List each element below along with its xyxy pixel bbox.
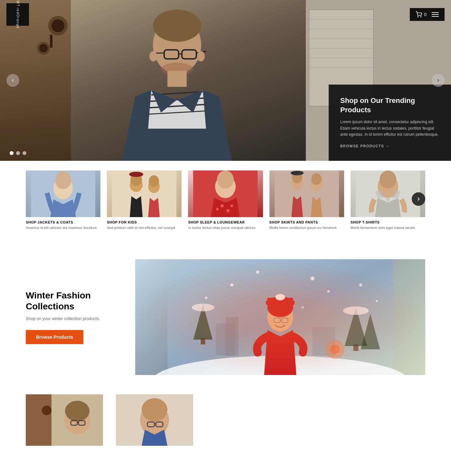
- svg-rect-39: [134, 172, 138, 176]
- svg-point-28: [161, 63, 193, 76]
- svg-point-46: [227, 209, 230, 212]
- svg-rect-59: [168, 259, 393, 375]
- svg-point-87: [325, 340, 345, 359]
- feature-text: Winter Fashion Collections Shop on your …: [26, 290, 135, 344]
- hero-browse-link[interactable]: BROWSE PRODUCTS →: [340, 144, 439, 148]
- bottom-peek-section: [0, 394, 451, 459]
- svg-point-47: [216, 208, 219, 210]
- svg-rect-35: [112, 170, 176, 217]
- svg-point-84: [376, 300, 378, 302]
- svg-line-20: [150, 98, 204, 101]
- category-desc-kids: Sed pretium nibh id nisi efficitur, vel …: [107, 225, 182, 230]
- category-strip: SHOP JACKETS & COATS Vivamus id elit ult…: [0, 161, 451, 240]
- svg-point-93: [65, 401, 89, 421]
- category-card-loungewear[interactable]: SHOP SLEEP & LOUNGEWEAR In luctus lectus…: [188, 170, 263, 230]
- hero-heading: Shop on Our Trending Products: [340, 96, 439, 114]
- door-peek-illustration: [26, 394, 103, 446]
- hamburger-line: [432, 14, 439, 15]
- feature-description: Shop on your winter collection products.: [26, 316, 122, 321]
- hero-text-box: Shop on Our Trending Products Lorem ipsu…: [329, 85, 451, 161]
- svg-point-31: [197, 51, 205, 61]
- bottom-peek-image-1: [26, 394, 103, 446]
- browse-products-button[interactable]: Browse Products: [26, 330, 83, 344]
- man-peek-illustration: [116, 394, 193, 446]
- hero-dots: [10, 151, 26, 155]
- svg-point-55: [311, 173, 322, 185]
- category-image-loungewear: [188, 170, 263, 217]
- category-card-skirts[interactable]: SHOP SKIRTS AND PANTS Mollis lorem vesti…: [269, 170, 344, 230]
- svg-point-82: [327, 290, 330, 293]
- hamburger-line: [432, 16, 439, 17]
- hero-description: Lorem ipsum dolor sit amet, consectetur …: [340, 119, 439, 138]
- hero-dot-3[interactable]: [23, 151, 26, 155]
- hero-next-button[interactable]: [432, 74, 445, 87]
- svg-point-73: [266, 297, 295, 308]
- hamburger-menu[interactable]: [432, 12, 439, 17]
- logo-letters: WT: [16, 1, 20, 7]
- svg-point-80: [205, 297, 208, 299]
- svg-point-0: [418, 17, 418, 17]
- svg-point-71: [268, 303, 293, 332]
- svg-rect-90: [26, 394, 52, 446]
- svg-rect-62: [201, 338, 205, 344]
- svg-point-60: [152, 356, 409, 375]
- svg-point-81: [311, 277, 315, 280]
- cart-count: 0: [424, 12, 427, 17]
- svg-point-67: [343, 307, 369, 315]
- svg-point-79: [230, 283, 234, 287]
- category-desc-tshirts: Morbi fermentum sem eget massa iaculis: [351, 225, 425, 230]
- category-label-jackets: SHOP JACKETS & COATS: [26, 220, 100, 224]
- svg-point-86: [302, 306, 304, 309]
- category-label-tshirts: SHOP T-SHIRTS: [351, 220, 425, 224]
- hero-dot-2[interactable]: [16, 151, 20, 155]
- category-next-button[interactable]: [412, 192, 425, 206]
- loungewear-illustration: [188, 170, 263, 217]
- svg-marker-65: [361, 314, 380, 349]
- category-image-jackets: [26, 170, 100, 217]
- hero-prev-button[interactable]: [6, 74, 19, 87]
- svg-point-41: [149, 175, 159, 187]
- arrow-right-icon: [416, 196, 421, 202]
- site-header: WT redOrange 0: [0, 0, 451, 29]
- svg-rect-74: [268, 298, 293, 305]
- arrow-left-icon: [10, 78, 15, 83]
- category-label-loungewear: SHOP SLEEP & LOUNGEWEAR: [188, 220, 263, 224]
- svg-rect-64: [353, 344, 359, 351]
- hamburger-line: [432, 12, 439, 13]
- svg-rect-49: [275, 170, 339, 217]
- kids-illustration: [107, 170, 182, 217]
- feature-heading: Winter Fashion Collections: [26, 290, 122, 312]
- svg-point-91: [42, 406, 52, 415]
- skirts-illustration: [269, 170, 344, 217]
- svg-rect-77: [282, 318, 288, 323]
- category-image-kids: [107, 170, 182, 217]
- svg-line-21: [150, 105, 204, 108]
- category-desc-skirts: Mollis lorem vestibulum ipsum eu hendrer…: [269, 225, 344, 230]
- jackets-illustration: [26, 170, 100, 217]
- svg-point-58: [380, 170, 396, 188]
- cart-icon: [416, 11, 422, 18]
- logo-subtitle: redOrange: [16, 8, 20, 29]
- svg-rect-6: [50, 35, 52, 48]
- svg-point-48: [231, 205, 233, 207]
- svg-point-66: [192, 304, 214, 311]
- svg-point-88: [330, 344, 340, 354]
- svg-marker-63: [345, 307, 367, 346]
- svg-point-44: [217, 170, 234, 188]
- site-logo[interactable]: WT redOrange: [6, 3, 29, 26]
- svg-point-99: [142, 398, 167, 421]
- category-card-jackets[interactable]: SHOP JACKETS & COATS Vivamus id elit ult…: [26, 170, 100, 230]
- header-right: 0: [410, 8, 445, 21]
- svg-rect-29: [167, 71, 187, 87]
- svg-rect-24: [182, 50, 196, 59]
- svg-point-8: [39, 44, 48, 52]
- svg-rect-69: [226, 317, 239, 356]
- svg-point-34: [55, 171, 71, 189]
- category-label-skirts: SHOP SKIRTS AND PANTS: [269, 220, 344, 224]
- svg-point-75: [276, 294, 285, 300]
- arrow-right-icon: [436, 78, 441, 83]
- cart-button[interactable]: 0: [416, 11, 427, 18]
- category-card-kids[interactable]: SHOP FOR KIDS Sed pretium nibh id nisi e…: [107, 170, 182, 230]
- category-image-skirts: [269, 170, 344, 217]
- hero-dot-1[interactable]: [10, 151, 14, 155]
